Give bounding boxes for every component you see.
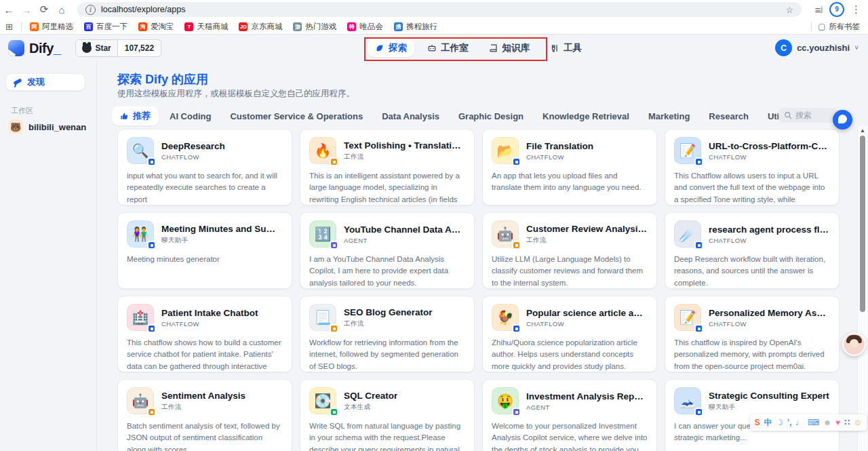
assistant-avatar[interactable] [842,332,866,356]
app-type-badge-icon [694,408,703,416]
app-card[interactable]: 🤑 Investment Analysis Report Copilot AGE… [482,379,657,451]
emoji-icon[interactable]: ☺ [854,418,862,427]
numbers-icon: 🔢 [309,220,336,248]
category-tab-推荐[interactable]: 推荐 [112,106,159,125]
app-card-type: 文本生成 [344,403,397,412]
app-type-badge-icon [512,241,521,250]
app-card[interactable]: 🔍 DeepResearch CHATFLOW input what you w… [117,129,292,205]
browser-toolbar: ← → ⟳ ⌂ i localhost/explore/apps ☆ ≡ʲ 9 … [0,0,868,19]
bookmark-item[interactable]: 阿 阿里精选 [24,22,79,32]
app-card[interactable]: 🤖 Sentiment Analysis 工作流 Batch sentiment… [117,379,292,451]
app-card-title: Popular science article author (nested p… [526,308,648,318]
explore-leaf-icon [375,43,384,53]
app-type-badge-icon [147,324,156,333]
scrollbar[interactable]: ▲ [857,126,867,451]
dify-logo[interactable]: Dify_ [0,40,60,56]
bookmark-item[interactable]: 游 热门游戏 [288,22,342,32]
app-card-type: CHATFLOW [709,320,830,328]
scrollbar-thumb[interactable] [860,136,865,312]
app-card-description: Deep Research workflow built with iterat… [674,254,830,289]
favicon-icon: 淘 [138,22,147,31]
browser-profile-icon[interactable]: 9 [829,2,844,17]
rooster-icon: 🐓 [492,304,519,331]
bookmark-item[interactable]: 携 携程旅行 [389,22,443,32]
skin-wardrobe-icon[interactable]: ♥ [835,418,840,427]
floating-extension-ball[interactable] [833,110,852,130]
app-type-badge-icon [330,324,338,333]
bookmark-item[interactable]: 特 唯品会 [342,22,389,32]
app-card[interactable]: 🤖 Customer Review Analysis Workflow 工作流 … [482,212,657,289]
app-card-description: This Chatflow allows users to input a UR… [674,170,830,205]
page-title: 探索 Dify 的应用 [117,71,208,87]
app-card-title: DeepResearch [161,141,225,151]
app-card[interactable]: 📝 Personalized Memory Assistant CHATFLOW… [665,296,840,372]
app-card-type: CHATFLOW [161,320,258,328]
chinese-mode-icon[interactable]: 中 [764,418,772,427]
app-card[interactable]: 🔢 YouTube Channel Data Analysis AGENT I … [300,212,475,289]
grid-menu-icon[interactable]: ∷ [844,418,850,427]
category-tab-ai-coding[interactable]: AI Coding [161,108,219,125]
app-type-badge-icon [330,157,338,166]
apps-grid-icon[interactable]: ⊞ [0,22,18,32]
keyboard-icon[interactable]: ⌨ [808,418,819,427]
app-card[interactable]: 👫 Meeting Minutes and Summary 聊天助手 Meeti… [117,212,292,289]
app-card[interactable]: ☄️ research agent process flow CHATFLOW … [665,212,840,289]
app-type-badge-icon [147,408,156,416]
app-card[interactable]: 📂 File Translation CHATFLOW An app that … [482,129,657,205]
app-card-title: Customer Review Analysis Workflow [526,224,648,234]
bookmark-item[interactable]: 淘 爱淘宝 [133,22,180,32]
bookmark-item[interactable]: 百 百度一下 [79,22,133,32]
nav-item-工作室[interactable]: 工作室 [420,39,476,57]
app-card[interactable]: 🔥 Text Polishing • Translation Tool 工作流 … [300,129,475,205]
punctuation-icon[interactable]: ’, [787,418,792,427]
reload-icon[interactable]: ⟳ [35,3,53,16]
bookmark-star-icon[interactable]: ☆ [786,5,793,15]
back-icon[interactable]: ← [0,4,18,16]
sidebar-item-workspace[interactable]: 🐻 bilibili_wenan [8,119,86,134]
category-tab-knowledge-retrieval[interactable]: Knowledge Retrieval [534,108,637,125]
mountain-icon: 🗻 [674,387,701,414]
app-card[interactable]: 💽 SQL Creator 文本生成 Write SQL from natura… [300,379,475,451]
all-bookmarks-label[interactable]: 所有书签 [829,22,860,32]
category-tab-graphic-design[interactable]: Graphic Design [450,108,532,125]
app-card[interactable]: 📃 SEO Blog Generator 工作流 Workflow for re… [300,296,475,372]
app-card[interactable]: 📝 URL-to-Cross-Platform-Copywriting CHAT… [665,129,840,205]
favicon-icon: 百 [84,22,93,31]
search-input[interactable]: 搜索 [778,108,838,123]
forward-icon[interactable]: → [18,4,35,16]
browser-menu-icon[interactable]: ⋮ [851,3,861,16]
github-star-button[interactable]: Star 107,522 [75,39,161,57]
voice-input-icon[interactable]: ♩ [795,418,804,427]
favicon-icon: 携 [394,22,403,31]
nav-item-知识库[interactable]: 知识库 [481,39,538,57]
app-card-title: Strategic Consulting Expert [709,391,829,401]
github-octocat-icon [82,43,92,53]
category-tab-data-analysis[interactable]: Data Analysis [374,108,448,125]
app-card-type: 工作流 [526,236,648,245]
person-icon[interactable]: ☻ [823,418,832,427]
app-card[interactable]: 🐓 Popular science article author (nested… [482,296,657,372]
home-icon[interactable]: ⌂ [53,4,71,16]
scrollbar-up-icon[interactable]: ▲ [860,128,865,134]
app-card-title: Text Polishing • Translation Tool [344,140,465,151]
category-tab-research[interactable]: Research [701,108,757,125]
favicon-icon: 特 [347,22,356,31]
sogou-logo-icon[interactable]: S [755,418,760,427]
category-tab-customer-service-operations[interactable]: Customer Service & Operations [222,108,371,125]
browser-actions: ≡ʲ 9 ⋮ [808,2,868,17]
night-mode-icon[interactable]: ☽ [776,418,783,427]
reading-list-icon[interactable]: ≡ʲ [815,4,823,16]
folder-icon: ▢ [818,22,825,31]
bookmark-item[interactable]: T 天猫商城 [179,22,233,32]
app-card-title: Investment Analysis Report Copilot [526,391,648,401]
account-menu[interactable]: C cc.youzhishi ˅ [775,39,859,56]
bookmark-item[interactable]: JD 京东商城 [233,22,288,32]
site-info-icon[interactable]: i [85,5,96,15]
category-tab-marketing[interactable]: Marketing [640,108,698,125]
nav-item-探索[interactable]: 探索 [368,39,414,57]
sidebar-item-discover[interactable]: 发现 [5,73,85,91]
app-card[interactable]: 🏥 Patient Intake Chatbot CHATFLOW This c… [117,296,292,372]
app-type-badge-icon [512,324,521,333]
address-bar[interactable]: i localhost/explore/apps ☆ [77,2,802,17]
nav-item-工具[interactable]: 工具 [542,39,589,57]
